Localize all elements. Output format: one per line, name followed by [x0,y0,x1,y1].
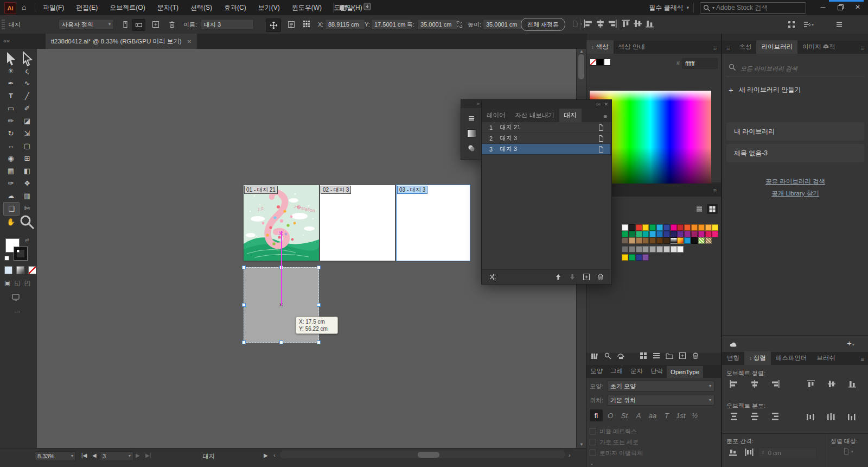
draw-normal-icon[interactable]: ▣ [4,279,10,287]
find-public-library-link[interactable]: 공개 Library 찾기 [722,190,868,198]
tab-대지[interactable]: 대지 [559,109,582,122]
swatch[interactable] [698,237,705,244]
add-element-icon[interactable]: +▾ [847,338,854,348]
search-shared-libraries-link[interactable]: 공유 라이브러리 검색 [722,178,868,186]
align-right-icon[interactable] [769,379,782,389]
menu-2[interactable]: 편집(E) [70,0,104,15]
artboard-nav-select[interactable]: 3 ▾ [100,451,133,461]
opentype-feature-fi[interactable]: fi [590,409,603,421]
opentype-feature-½[interactable]: ½ [688,409,701,421]
swatch[interactable] [684,237,691,244]
menu-3[interactable]: 오브젝트(O) [104,0,151,15]
swatch[interactable] [712,224,718,231]
resize-handle[interactable] [242,266,246,269]
artboard-row-3[interactable]: 3 대지 3 [482,144,610,155]
swatch[interactable] [642,231,649,237]
share-icon[interactable] [363,3,371,10]
artboard-label-3[interactable]: 03 - 대지 3 [397,186,427,194]
panel-menu-icon[interactable]: ≡ [857,42,868,54]
height-input[interactable]: 35.0001 cm [483,19,523,30]
resize-handle[interactable] [242,340,246,344]
swatch[interactable] [642,254,649,261]
swatch[interactable] [636,237,642,244]
align-horizontal-center-icon[interactable] [748,379,761,389]
artboard-options-icon[interactable] [288,21,295,28]
swatch[interactable] [636,224,642,231]
menu-8[interactable]: 윈도우(W) [286,0,328,15]
swatch[interactable] [636,254,642,261]
tab-브러쉬[interactable]: 브러쉬 [812,351,840,365]
view-list-icon[interactable] [694,204,705,214]
document-tab[interactable]: ti238d0412.ai* @ 8.33% (RGB/GPU 미리 보기) ✕ [46,34,197,49]
align-to-artboard-icon[interactable]: ▾ [843,447,853,455]
swatch[interactable] [691,231,698,237]
artboard-name-input[interactable]: 대지 3 [201,19,254,30]
swatch[interactable] [629,246,635,253]
swatch[interactable] [622,254,628,261]
collapse-panel-icon[interactable]: «« [595,102,604,107]
opentype-feature-St[interactable]: St [618,409,631,421]
tab-자산 내보내기[interactable]: 자산 내보내기 [510,109,559,122]
expand-strip-icon[interactable]: » [461,100,482,108]
white-swatch[interactable] [604,59,611,66]
next-artboard-icon[interactable]: ▶ [136,452,140,458]
tab-레이어[interactable]: 레이어 [482,109,510,122]
perspective-grid-tool[interactable]: ⊞ [20,152,35,165]
swatch[interactable] [684,224,691,231]
paintbrush-tool[interactable]: ✐ [20,102,35,115]
swatch[interactable] [663,246,670,253]
align-vertical-center-icon[interactable] [825,379,838,389]
library-search-input[interactable]: 모든 라이브러리 검색 [741,65,797,73]
swatch[interactable] [656,231,663,237]
opentype-feature-T[interactable]: T [660,409,673,421]
align-horizontal-center-icon[interactable] [596,20,605,28]
align-bottom-icon[interactable] [645,20,654,28]
transparency-strip-icon[interactable] [468,144,475,152]
panel-menu-icon[interactable] [835,21,843,28]
gradient-tool[interactable]: ◧ [20,165,35,177]
stroke-swatch[interactable] [14,247,27,260]
more-tools-icon[interactable]: ⋯ [14,308,21,315]
selection-tool[interactable] [3,52,18,65]
new-color-group-icon[interactable] [666,352,673,359]
stock-search-input[interactable]: ▾ Adobe Stock 검색 [700,2,806,14]
new-artboard-icon[interactable] [583,273,590,281]
draw-behind-icon[interactable]: ◱ [14,279,20,287]
swatch[interactable] [705,237,712,244]
app-logo-icon[interactable]: Ai [4,2,16,14]
page-icon[interactable] [597,146,605,153]
fill-stroke-control[interactable]: ⇄ [4,237,33,262]
arrange-documents-icon[interactable] [340,4,347,11]
artboard-2[interactable]: 02 - 대지 3 [320,185,395,261]
close-tab-icon[interactable]: ✕ [187,39,192,45]
pencil-tool[interactable]: ✏ [3,115,18,127]
tab-패스파인더[interactable]: 패스파인더 [771,351,812,365]
horizontal-scroll-thumb[interactable] [418,452,439,458]
new-swatch-icon[interactable] [679,352,686,359]
collapse-panels-icon[interactable]: «« [3,37,10,44]
workspace-switcher[interactable]: 필수 클래식 ▾ [649,0,689,15]
resize-handle[interactable] [317,266,321,269]
horizontal-distribute-space-icon[interactable] [743,447,756,457]
y-input[interactable]: 17.5001 cm [371,19,411,30]
panel-menu-icon[interactable]: ≡ [709,42,721,54]
checkbox[interactable] [590,439,596,445]
swatch[interactable] [642,246,649,253]
swatch[interactable] [663,231,670,237]
layers-strip-icon[interactable] [468,115,475,122]
swatch[interactable] [677,246,684,253]
swatch[interactable] [671,246,677,253]
mesh-tool[interactable]: ▦ [3,165,18,177]
tab-단락[interactable]: 단락 [647,364,667,378]
page-icon[interactable] [597,124,605,131]
swatch-libraries-menu-icon[interactable] [591,352,598,359]
arrange-view-icon[interactable]: ▾ [803,21,814,28]
swatch[interactable] [649,231,656,237]
position-select[interactable]: 기본 위치 ▾ [607,395,714,406]
swap-fill-stroke-icon[interactable]: ⇄ [25,237,29,243]
tab-정렬[interactable]: ↕ 정렬 [744,351,771,365]
portrait-orientation-button[interactable] [119,19,131,30]
swatch[interactable] [642,224,649,231]
swatch[interactable] [671,237,677,244]
cloud-sync-icon[interactable] [730,340,737,348]
